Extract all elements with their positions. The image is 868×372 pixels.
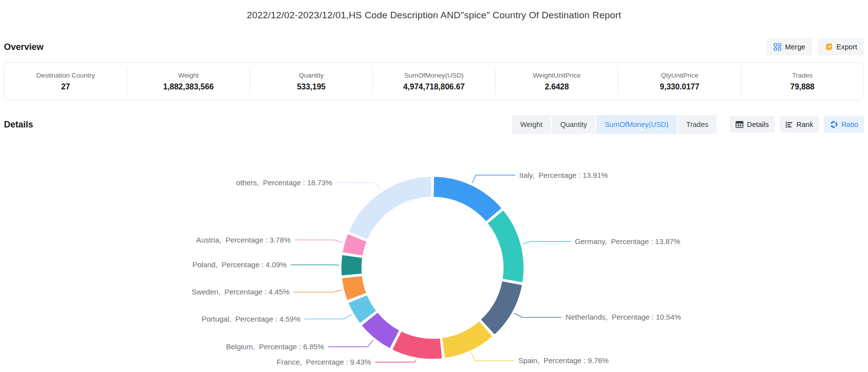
stat-value: 79,888: [790, 83, 815, 91]
tab-quantity[interactable]: Quantity: [552, 115, 595, 134]
chart-label-netherlands: Netherlands, Percentage : 10.54%: [565, 313, 681, 321]
stat-quantity: Quantity 533,195: [250, 63, 372, 100]
stat-label: Quantity: [299, 72, 323, 79]
stat-qty-unit-price: QtyUnitPrice 9,330.0177: [618, 63, 740, 100]
donut-segment-poland[interactable]: [341, 254, 363, 276]
label-leader-line-germany: [523, 242, 571, 244]
stat-trades: Trades 79,888: [741, 63, 864, 100]
chart-label-spain: Spain, Percentage : 9.76%: [519, 356, 609, 365]
donut-segment-netherlands[interactable]: [480, 281, 522, 335]
details-view-button[interactable]: Details: [730, 116, 775, 133]
stat-label: Trades: [792, 72, 813, 79]
stat-weight: Weight 1,882,383,566: [127, 63, 249, 100]
chart-label-italy: Italy, Percentage : 13.91%: [520, 171, 608, 179]
chart-label-belgium: Belgium, Percentage : 6.85%: [226, 342, 324, 351]
donut-icon: [830, 121, 838, 128]
export-icon: [825, 43, 833, 51]
metric-tabs: Weight Quantity SumOfMoney(USD) Trades: [512, 115, 717, 134]
rank-view-label: Rank: [796, 121, 813, 128]
overview-heading: Overview: [4, 42, 43, 52]
export-button-label: Export: [836, 43, 857, 51]
stat-value: 27: [61, 83, 70, 91]
tab-weight[interactable]: Weight: [512, 115, 551, 134]
stat-value: 533,195: [297, 83, 326, 91]
stat-label: WeightUnitPrice: [533, 72, 581, 79]
details-view-label: Details: [747, 121, 769, 128]
stat-value: 2.6428: [545, 83, 569, 91]
label-leader-line-belgium: [328, 340, 373, 347]
chart-label-others: others, Percentage : 18.73%: [236, 178, 332, 187]
stat-label: QtyUnitPrice: [661, 72, 698, 79]
donut-segment-france[interactable]: [392, 331, 442, 359]
overview-header: Overview Merge Export: [0, 39, 868, 55]
tab-sumofmoney-usd[interactable]: SumOfMoney(USD): [596, 115, 677, 134]
stat-label: Weight: [178, 72, 199, 79]
chart-label-germany: Germany, Percentage : 13.87%: [575, 237, 680, 246]
stat-value: 9,330.0177: [660, 83, 699, 91]
page-title: 2022/12/02-2023/12/01,HS Code Descriptio…: [0, 0, 868, 21]
label-leader-line-italy: [472, 175, 516, 183]
chart-label-austria: Austria, Percentage : 3.78%: [196, 236, 291, 244]
merge-button-label: Merge: [785, 43, 805, 51]
donut-chart-svg: Italy, Percentage : 13.91%Germany, Perce…: [0, 140, 868, 372]
overview-stats-card: Destination Country 27 Weight 1,882,383,…: [4, 62, 864, 100]
details-heading: Details: [4, 120, 33, 130]
chart-label-sweden: Sweden, Percentage : 4.45%: [191, 288, 289, 296]
ratio-view-label: Ratio: [841, 121, 858, 128]
details-header: Details Weight Quantity SumOfMoney(USD) …: [0, 115, 868, 134]
export-button[interactable]: Export: [818, 39, 864, 55]
label-leader-line-austria: [295, 240, 343, 243]
label-leader-line-netherlands: [514, 313, 562, 318]
donut-segment-spain[interactable]: [442, 321, 493, 358]
rank-icon: [785, 121, 793, 128]
view-switcher: Details Rank Ratio: [730, 116, 864, 133]
label-leader-line-france: [375, 360, 416, 362]
stat-destination-country: Destination Country 27: [4, 63, 127, 100]
details-controls: Weight Quantity SumOfMoney(USD) Trades D…: [512, 115, 864, 134]
overview-actions: Merge Export: [767, 39, 864, 55]
merge-button[interactable]: Merge: [767, 39, 812, 55]
label-leader-line-poland: [291, 265, 339, 265]
stat-value: 4,974,718,806.67: [403, 83, 465, 91]
ratio-view-button[interactable]: Ratio: [824, 116, 864, 133]
chart-label-france: France, Percentage : 9.43%: [277, 358, 371, 366]
label-leader-line-others: [336, 183, 381, 190]
stat-label: SumOfMoney(USD): [404, 72, 464, 79]
chart-label-poland: Poland, Percentage : 4.09%: [192, 260, 287, 269]
label-leader-line-sweden: [294, 290, 342, 292]
ratio-donut-chart: Italy, Percentage : 13.91%Germany, Perce…: [0, 140, 868, 372]
stat-value: 1,882,383,566: [163, 83, 214, 91]
table-icon: [736, 121, 743, 128]
donut-segment-germany[interactable]: [487, 210, 524, 283]
stat-label: Destination Country: [36, 72, 95, 79]
tab-trades[interactable]: Trades: [678, 115, 717, 134]
merge-icon: [774, 43, 781, 51]
donut-segment-italy[interactable]: [434, 176, 502, 222]
label-leader-line-portugal: [304, 315, 352, 319]
donut-segment-others[interactable]: [348, 176, 432, 240]
stat-weight-unit-price: WeightUnitPrice 2.6428: [496, 63, 618, 100]
rank-view-button[interactable]: Rank: [780, 116, 819, 133]
stat-sum-of-money: SumOfMoney(USD) 4,974,718,806.67: [373, 63, 495, 100]
label-leader-line-spain: [471, 353, 515, 361]
chart-label-portugal: Portugal, Percentage : 4.59%: [202, 315, 301, 323]
